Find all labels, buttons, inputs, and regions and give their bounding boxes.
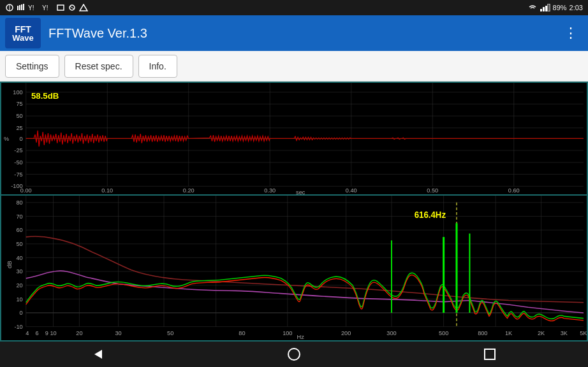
time-text: 2:03 xyxy=(570,4,583,11)
status-icon-2 xyxy=(17,4,26,11)
settings-button[interactable]: Settings xyxy=(5,55,59,78)
svg-rect-5 xyxy=(23,4,24,10)
svg-text:616.4Hz: 616.4Hz xyxy=(415,210,446,219)
svg-rect-12 xyxy=(540,9,542,11)
svg-text:%: % xyxy=(4,135,9,141)
svg-text:dB: dB xyxy=(6,261,13,268)
wifi-icon xyxy=(527,4,538,11)
svg-text:-25: -25 xyxy=(14,147,22,154)
home-button[interactable] xyxy=(275,342,313,367)
svg-text:0.30: 0.30 xyxy=(264,187,276,194)
svg-text:0.00: 0.00 xyxy=(20,187,32,194)
waveform-chart: 100 75 50 25 0 -25 -50 -75 -100 % 0.00 0… xyxy=(1,83,587,194)
svg-text:20: 20 xyxy=(76,329,82,336)
svg-text:100: 100 xyxy=(283,329,292,336)
back-icon xyxy=(91,347,106,362)
reset-spec-button[interactable]: Reset spec. xyxy=(64,55,133,78)
svg-text:0.60: 0.60 xyxy=(508,187,520,194)
battery-text: 89% xyxy=(553,4,567,11)
charts-area: 100 75 50 25 0 -25 -50 -75 -100 % 0.00 0… xyxy=(0,82,588,342)
svg-text:Y!: Y! xyxy=(42,4,48,11)
overflow-menu-button[interactable]: ⋮ xyxy=(559,20,583,47)
info-button[interactable]: Info. xyxy=(138,55,177,78)
status-icon-6 xyxy=(68,4,77,11)
recent-icon xyxy=(482,347,497,362)
svg-text:0: 0 xyxy=(20,135,23,141)
svg-text:-75: -75 xyxy=(14,171,22,178)
svg-text:1K: 1K xyxy=(505,329,513,336)
app-bar: FFT Wave FFTWave Ver.1.3 ⋮ xyxy=(0,15,588,51)
svg-rect-13 xyxy=(543,7,545,11)
svg-text:30: 30 xyxy=(16,268,22,275)
svg-text:50: 50 xyxy=(16,113,22,119)
svg-text:Hz: Hz xyxy=(297,333,304,340)
svg-text:10: 10 xyxy=(16,295,22,302)
svg-text:50: 50 xyxy=(16,240,22,247)
home-icon xyxy=(286,347,302,362)
svg-text:200: 200 xyxy=(341,329,351,336)
svg-text:60: 60 xyxy=(16,226,22,233)
svg-text:9: 9 xyxy=(45,329,48,336)
status-icon-1 xyxy=(5,4,14,11)
svg-text:80: 80 xyxy=(239,329,245,336)
svg-text:0.10: 0.10 xyxy=(101,187,113,194)
svg-text:20: 20 xyxy=(16,281,22,288)
svg-line-10 xyxy=(70,6,74,9)
back-button[interactable] xyxy=(79,342,117,367)
svg-rect-4 xyxy=(21,4,22,10)
svg-text:800: 800 xyxy=(478,329,487,336)
svg-text:Y!: Y! xyxy=(28,4,34,11)
toolbar: Settings Reset spec. Info. xyxy=(0,51,588,82)
svg-text:4: 4 xyxy=(26,329,29,336)
status-icon-5 xyxy=(56,4,65,11)
svg-marker-11 xyxy=(80,4,87,11)
svg-text:75: 75 xyxy=(16,101,22,107)
svg-rect-112 xyxy=(485,349,495,359)
svg-text:80: 80 xyxy=(16,199,22,206)
app-icon-wave: Wave xyxy=(12,34,33,42)
status-icon-4: Y! xyxy=(42,4,54,11)
recent-button[interactable] xyxy=(471,342,509,367)
svg-rect-3 xyxy=(19,5,20,10)
svg-rect-8 xyxy=(57,5,64,10)
svg-text:70: 70 xyxy=(16,212,22,219)
svg-marker-110 xyxy=(94,350,102,359)
svg-text:30: 30 xyxy=(115,329,121,336)
svg-text:50: 50 xyxy=(167,329,173,336)
svg-text:sec: sec xyxy=(296,189,305,194)
svg-text:500: 500 xyxy=(439,329,448,336)
app-title: FFTWave Ver.1.3 xyxy=(48,26,559,41)
signal-icon xyxy=(540,4,550,11)
svg-text:25: 25 xyxy=(16,125,22,131)
svg-text:0.50: 0.50 xyxy=(427,187,438,194)
svg-rect-14 xyxy=(545,6,547,11)
app-icon-fft: FFT xyxy=(15,25,31,34)
svg-text:6: 6 xyxy=(36,329,39,336)
svg-text:58.5dB: 58.5dB xyxy=(31,91,59,101)
svg-rect-2 xyxy=(17,6,18,10)
svg-text:100: 100 xyxy=(13,89,22,96)
svg-text:3K: 3K xyxy=(561,329,568,336)
svg-text:-50: -50 xyxy=(14,159,22,166)
svg-point-111 xyxy=(288,349,300,360)
svg-rect-52 xyxy=(1,196,587,340)
nav-bar xyxy=(0,342,588,367)
status-bar: Y! Y! 89% 2:03 xyxy=(0,0,588,15)
status-icon-3: Y! xyxy=(28,4,40,11)
svg-text:0.20: 0.20 xyxy=(183,187,195,194)
status-icon-7 xyxy=(79,4,88,11)
svg-text:10: 10 xyxy=(50,329,56,336)
svg-text:0: 0 xyxy=(20,309,23,316)
svg-text:300: 300 xyxy=(386,329,396,336)
status-right: 89% 2:03 xyxy=(527,4,583,11)
fft-svg: 80 70 60 50 40 30 20 10 0 -10 dB 4 6 9 1… xyxy=(1,196,587,340)
svg-rect-15 xyxy=(548,4,550,11)
status-icons: Y! Y! xyxy=(5,4,88,11)
svg-text:40: 40 xyxy=(16,254,22,261)
app-icon: FFT Wave xyxy=(5,18,41,48)
waveform-svg: 100 75 50 25 0 -25 -50 -75 -100 % 0.00 0… xyxy=(1,83,587,194)
fft-chart: 80 70 60 50 40 30 20 10 0 -10 dB 4 6 9 1… xyxy=(1,196,587,340)
svg-text:5K: 5K xyxy=(580,329,587,336)
svg-text:0.40: 0.40 xyxy=(346,187,357,194)
svg-text:-10: -10 xyxy=(14,322,22,329)
